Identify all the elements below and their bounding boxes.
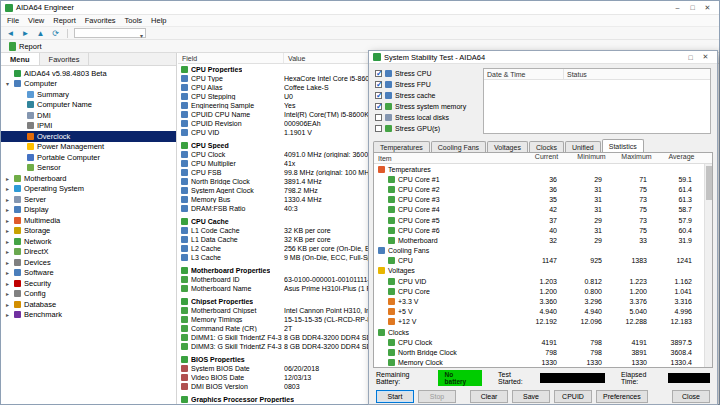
expand-icon[interactable]: ▸ bbox=[4, 217, 11, 224]
maximize-icon[interactable] bbox=[685, 2, 700, 14]
tab-clocks[interactable]: Clocks bbox=[529, 141, 564, 152]
stat-group-clocks[interactable]: Clocks bbox=[374, 327, 712, 337]
stat-row-cpu-core-1[interactable]: CPU Core #136297159.1 bbox=[374, 174, 712, 184]
tab-cooling-fans[interactable]: Cooling Fans bbox=[431, 141, 486, 152]
expand-icon[interactable]: ▸ bbox=[4, 175, 11, 182]
save-button[interactable]: Save bbox=[512, 390, 550, 403]
sidebar-item-display[interactable]: ▸Display bbox=[1, 205, 176, 216]
sidebar-item-devices[interactable]: ▸Devices bbox=[1, 257, 176, 268]
minimize-icon[interactable] bbox=[670, 2, 685, 14]
sidebar-item-aida64-v5-98-4803-beta[interactable]: AIDA64 v5.98.4803 Beta bbox=[1, 68, 176, 79]
expand-icon[interactable]: ▸ bbox=[4, 238, 11, 245]
stat-row-cpu-core-5[interactable]: CPU Core #537297357.9 bbox=[374, 215, 712, 225]
close-icon[interactable] bbox=[700, 2, 715, 14]
stat-column-item[interactable]: Item bbox=[374, 153, 524, 163]
stat-row-memory-clock[interactable]: Memory Clock1330133013301330.4 bbox=[374, 358, 712, 368]
collapse-icon[interactable]: ▾ bbox=[4, 80, 11, 87]
sidebar-item-storage[interactable]: ▸Storage bbox=[1, 226, 176, 237]
stat-row-cpu[interactable]: CPU114792513831241 bbox=[374, 256, 712, 266]
expand-icon[interactable]: ▸ bbox=[4, 311, 11, 318]
sidebar-item-operating-system[interactable]: ▸Operating System bbox=[1, 184, 176, 195]
sidebar-item-ipmi[interactable]: IPMI bbox=[1, 121, 176, 132]
checkbox-stress-fpu[interactable] bbox=[375, 81, 382, 88]
sidebar-tab-menu[interactable]: Menu bbox=[1, 53, 40, 65]
back-icon[interactable] bbox=[5, 29, 16, 38]
sidebar-item-network[interactable]: ▸Network bbox=[1, 236, 176, 247]
expand-icon[interactable]: ▸ bbox=[4, 280, 11, 287]
up-icon[interactable] bbox=[35, 29, 46, 38]
tab-voltages[interactable]: Voltages bbox=[487, 141, 528, 152]
stat-column-maximum[interactable]: Maximum bbox=[614, 153, 659, 163]
stat-row-north-bridge-clock[interactable]: North Bridge Clock79879838913608.4 bbox=[374, 347, 712, 357]
scrollbar[interactable] bbox=[704, 164, 712, 367]
sidebar-item-multimedia[interactable]: ▸Multimedia bbox=[1, 215, 176, 226]
stress-option-stress-cpu[interactable]: Stress CPU bbox=[375, 68, 479, 79]
field-column-header[interactable]: Field bbox=[178, 53, 284, 63]
expand-icon[interactable]: ▸ bbox=[4, 196, 11, 203]
sidebar-item-security[interactable]: ▸Security bbox=[1, 278, 176, 289]
sidebar-item-config[interactable]: ▸Config bbox=[1, 289, 176, 300]
cpuid-button[interactable]: CPUID bbox=[554, 390, 592, 403]
stat-row-cpu-core-4[interactable]: CPU Core #442317558.7 bbox=[374, 205, 712, 215]
scrollbar-thumb[interactable] bbox=[706, 166, 712, 200]
log-datetime-header[interactable]: Date & Time bbox=[484, 69, 564, 79]
log-status-header[interactable]: Status bbox=[564, 69, 710, 79]
menu-help[interactable]: Help bbox=[151, 16, 166, 25]
sidebar-item-motherboard[interactable]: ▸Motherboard bbox=[1, 173, 176, 184]
checkbox-stress-local-disks[interactable] bbox=[375, 114, 382, 121]
stress-option-stress-cache[interactable]: Stress cache bbox=[375, 90, 479, 101]
tab-statistics[interactable]: Statistics bbox=[602, 139, 644, 152]
stop-button[interactable]: Stop bbox=[418, 390, 456, 403]
tab-temperatures[interactable]: Temperatures bbox=[373, 141, 430, 152]
checkbox-stress-gpu-s[interactable] bbox=[375, 125, 382, 132]
sidebar-item-portable-computer[interactable]: Portable Computer bbox=[1, 152, 176, 163]
sidebar-item-server[interactable]: ▸Server bbox=[1, 194, 176, 205]
sidebar-tab-favorites[interactable]: Favorites bbox=[40, 53, 90, 65]
sidebar-item-computer-name[interactable]: Computer Name bbox=[1, 100, 176, 111]
expand-icon[interactable]: ▸ bbox=[4, 290, 11, 297]
stat-row-3-3-v[interactable]: +3.3 V3.3603.2963.3763.316 bbox=[374, 296, 712, 306]
stat-group-voltages[interactable]: Voltages bbox=[374, 266, 712, 276]
sidebar-item-power-management[interactable]: Power Management bbox=[1, 142, 176, 153]
menu-favorites[interactable]: Favorites bbox=[85, 16, 116, 25]
stress-option-stress-gpu-s[interactable]: Stress GPU(s) bbox=[375, 123, 479, 134]
stat-row-cpu-clock[interactable]: CPU Clock419179841913897.5 bbox=[374, 337, 712, 347]
stat-group-cooling-fans[interactable]: Cooling Fans bbox=[374, 246, 712, 256]
clear-button[interactable]: Clear bbox=[470, 390, 508, 403]
stat-row-cpu-core[interactable]: CPU Core1.2000.8001.2001.041 bbox=[374, 286, 712, 296]
stress-option-stress-fpu[interactable]: Stress FPU bbox=[375, 79, 479, 90]
stat-row-cpu-vid[interactable]: CPU VID1.2030.8121.2231.162 bbox=[374, 276, 712, 286]
forward-icon[interactable] bbox=[20, 29, 31, 38]
menu-file[interactable]: File bbox=[7, 16, 19, 25]
sidebar-item-sensor[interactable]: Sensor bbox=[1, 163, 176, 174]
stat-row-motherboard[interactable]: Motherboard32293331.9 bbox=[374, 235, 712, 245]
sidebar-item-summary[interactable]: Summary bbox=[1, 89, 176, 100]
refresh-icon[interactable] bbox=[50, 29, 61, 38]
stability-maximize-icon[interactable] bbox=[683, 51, 698, 63]
report-button[interactable]: Report bbox=[5, 42, 46, 51]
menu-view[interactable]: View bbox=[28, 16, 44, 25]
stress-option-stress-local-disks[interactable]: Stress local disks bbox=[375, 112, 479, 123]
checkbox-stress-cache[interactable] bbox=[375, 92, 382, 99]
expand-icon[interactable]: ▸ bbox=[4, 185, 11, 192]
stress-option-stress-system-memory[interactable]: Stress system memory bbox=[375, 101, 479, 112]
stat-group-temperatures[interactable]: Temperatures bbox=[374, 164, 712, 174]
expand-icon[interactable]: ▸ bbox=[4, 227, 11, 234]
stat-row-cpu-core-2[interactable]: CPU Core #236317561.4 bbox=[374, 184, 712, 194]
tab-unified[interactable]: Unified bbox=[565, 141, 601, 152]
expand-icon[interactable]: ▸ bbox=[4, 269, 11, 276]
stability-close-icon[interactable] bbox=[698, 51, 713, 63]
page-dropdown[interactable] bbox=[74, 28, 146, 38]
sidebar-item-database[interactable]: ▸Database bbox=[1, 299, 176, 310]
stat-row-5-v[interactable]: +5 V4.9404.9405.0404.996 bbox=[374, 307, 712, 317]
sidebar-item-computer[interactable]: ▾Computer bbox=[1, 79, 176, 90]
checkbox-stress-system-memory[interactable] bbox=[375, 103, 382, 110]
sidebar-item-overclock[interactable]: Overclock bbox=[1, 131, 176, 142]
preferences-button[interactable]: Preferences bbox=[596, 390, 648, 403]
expand-icon[interactable]: ▸ bbox=[4, 206, 11, 213]
stat-column-minimum[interactable]: Minimum bbox=[569, 153, 614, 163]
stat-column-average[interactable]: Average bbox=[659, 153, 704, 163]
stat-row-cpu-core-6[interactable]: CPU Core #640317560.4 bbox=[374, 225, 712, 235]
stat-row-12-v[interactable]: +12 V12.19212.09612.28812.183 bbox=[374, 317, 712, 327]
stat-row-cpu-core-3[interactable]: CPU Core #335317361.3 bbox=[374, 195, 712, 205]
